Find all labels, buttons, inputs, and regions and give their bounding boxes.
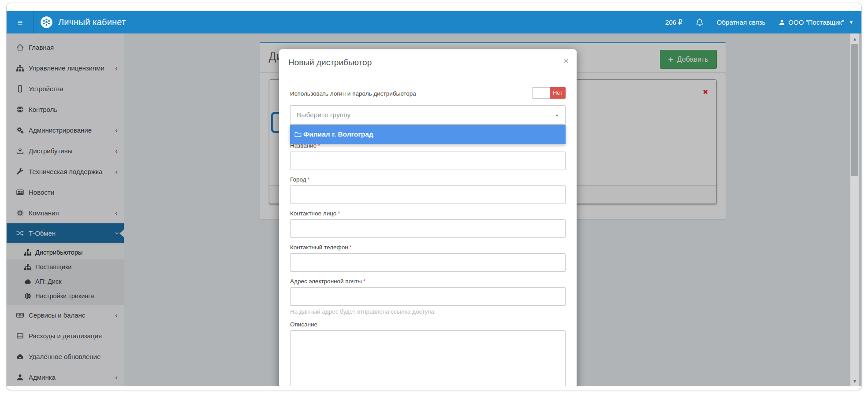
field-label: Контактное лицо* (290, 210, 566, 217)
email-input[interactable] (290, 287, 566, 306)
field-help-text: На данный адрес будет отправлена ссылка … (290, 308, 566, 315)
balance-value: 206 ₽ (665, 19, 682, 26)
hamburger-icon: ≡ (18, 18, 23, 27)
bell-icon (696, 19, 704, 26)
field-label: Контактный телефон* (290, 244, 566, 251)
brand[interactable]: Личный кабинет (34, 11, 126, 33)
name-input[interactable] (290, 152, 566, 170)
modal-title: Новый дистрибьютор (288, 58, 372, 67)
field-group-contact-phone: Контактный телефон* (290, 244, 566, 272)
folder-icon (294, 131, 302, 138)
group-option-volgograd[interactable]: Филиал г. Волгоград (290, 125, 566, 144)
group-select[interactable]: Выберите группу ▲ (290, 105, 566, 125)
field-group-email: Адрес электронной почты*На данный адрес … (290, 278, 566, 315)
city-input[interactable] (290, 185, 566, 204)
window-top-strip (7, 3, 861, 11)
field-group-name: Название* (290, 142, 566, 170)
field-label: Адрес электронной почты* (290, 278, 566, 285)
page-area: ГлавнаяУправление лицензиями‹УстройстваК… (7, 33, 861, 386)
group-select-placeholder: Выберите группу (297, 111, 555, 119)
credentials-toggle[interactable]: Нет (532, 87, 566, 99)
arrow-up-icon: ▲ (555, 113, 559, 117)
user-icon (779, 19, 785, 26)
account-menu[interactable]: ООО "Поставщик" ▼ (779, 19, 853, 26)
page-scrollbar[interactable]: ▲ ▼ (850, 33, 859, 386)
field-group-city: Город* (290, 176, 566, 204)
header-right: 206 ₽ Обратная связь ООО "Поставщик" ▼ (665, 11, 861, 33)
group-dropdown-list: Филиал г. Волгоград (290, 125, 566, 144)
app-logo (40, 16, 53, 29)
credentials-toggle-label: Использовать логин и пароль дистрибьютор… (290, 90, 416, 97)
scrollbar-thumb[interactable] (851, 44, 858, 176)
scroll-up-button[interactable]: ▲ (850, 34, 859, 43)
modal-fields: Название*Город*Контактное лицо*Контактны… (290, 142, 566, 386)
feedback-link[interactable]: Обратная связь (717, 19, 766, 26)
modal-body: Использовать логин и пароль дистрибьютор… (279, 76, 577, 386)
notifications-button[interactable] (696, 19, 704, 26)
field-label: Описание (290, 321, 566, 328)
credentials-toggle-row: Использовать логин и пароль дистрибьютор… (290, 87, 566, 100)
contact-person-input[interactable] (290, 219, 566, 238)
contact-phone-input[interactable] (290, 253, 566, 272)
new-distributor-modal: Новый дистрибьютор × Использовать логин … (279, 49, 577, 386)
required-mark: * (308, 176, 310, 183)
group-select-wrap: Выберите группу ▲ Филиал г. Волгоград (290, 105, 566, 125)
field-label: Город* (290, 176, 566, 183)
sidebar-toggle-button[interactable]: ≡ (7, 11, 34, 33)
description-input[interactable] (290, 330, 566, 386)
browser-window: ≡ Личный кабинет 206 ₽ (6, 3, 862, 390)
field-group-description: Описание (290, 321, 566, 386)
app-header: ≡ Личный кабинет 206 ₽ (7, 11, 861, 33)
account-label: ООО "Поставщик" (788, 19, 844, 26)
required-mark: * (363, 278, 365, 285)
scroll-down-button[interactable]: ▼ (850, 377, 859, 385)
toggle-off-state: Нет (550, 87, 566, 99)
modal-header: Новый дистрибьютор × (279, 49, 577, 76)
field-group-contact-person: Контактное лицо* (290, 210, 566, 238)
required-mark: * (338, 210, 340, 217)
close-icon[interactable]: × (563, 56, 569, 65)
app-title: Личный кабинет (58, 17, 126, 27)
balance-indicator[interactable]: 206 ₽ (665, 19, 682, 26)
caret-down-icon: ▼ (849, 20, 853, 25)
required-mark: * (350, 244, 352, 251)
